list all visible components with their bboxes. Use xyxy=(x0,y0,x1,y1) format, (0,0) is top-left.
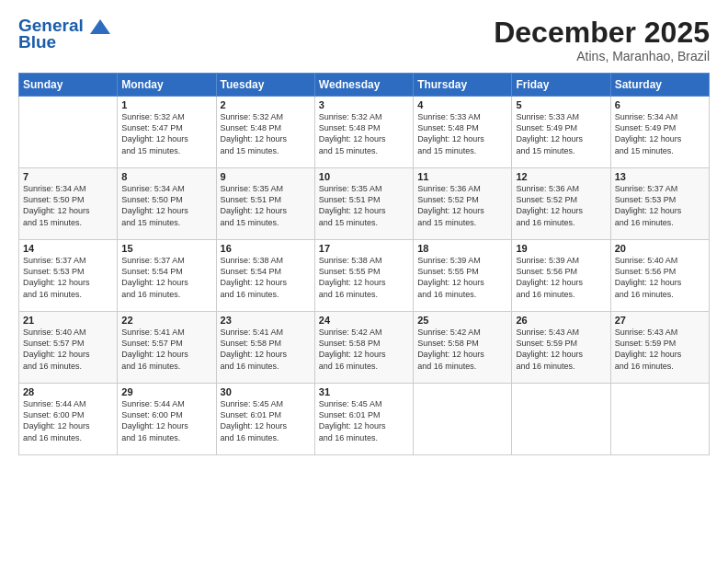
day-info: Sunrise: 5:38 AM Sunset: 5:55 PM Dayligh… xyxy=(319,255,409,300)
week-row-3: 14Sunrise: 5:37 AM Sunset: 5:53 PM Dayli… xyxy=(19,240,710,312)
day-number: 23 xyxy=(221,315,311,326)
calendar-cell: 5Sunrise: 5:33 AM Sunset: 5:49 PM Daylig… xyxy=(512,97,610,168)
logo: General Blue xyxy=(18,17,110,52)
day-info: Sunrise: 5:33 AM Sunset: 5:49 PM Dayligh… xyxy=(516,111,606,156)
month-title: December 2025 xyxy=(494,17,710,49)
calendar-table: SundayMondayTuesdayWednesdayThursdayFrid… xyxy=(18,73,710,455)
calendar-cell xyxy=(610,384,709,455)
calendar-cell: 29Sunrise: 5:44 AM Sunset: 6:00 PM Dayli… xyxy=(118,384,216,455)
day-number: 16 xyxy=(221,243,311,254)
day-header-sunday: Sunday xyxy=(19,74,118,97)
week-row-4: 21Sunrise: 5:40 AM Sunset: 5:57 PM Dayli… xyxy=(19,312,710,384)
day-info: Sunrise: 5:45 AM Sunset: 6:01 PM Dayligh… xyxy=(319,398,409,443)
calendar-cell: 3Sunrise: 5:32 AM Sunset: 5:48 PM Daylig… xyxy=(314,97,413,168)
week-row-2: 7Sunrise: 5:34 AM Sunset: 5:50 PM Daylig… xyxy=(19,168,710,240)
day-info: Sunrise: 5:42 AM Sunset: 5:58 PM Dayligh… xyxy=(319,327,409,372)
calendar-cell: 24Sunrise: 5:42 AM Sunset: 5:58 PM Dayli… xyxy=(314,312,413,384)
day-info: Sunrise: 5:36 AM Sunset: 5:52 PM Dayligh… xyxy=(417,183,507,228)
calendar-cell: 25Sunrise: 5:42 AM Sunset: 5:58 PM Dayli… xyxy=(414,312,512,384)
logo-blue: Blue xyxy=(18,33,110,52)
day-number: 12 xyxy=(516,171,606,182)
day-info: Sunrise: 5:42 AM Sunset: 5:58 PM Dayligh… xyxy=(417,327,507,372)
day-number: 15 xyxy=(121,243,211,254)
day-header-thursday: Thursday xyxy=(414,74,512,97)
day-header-wednesday: Wednesday xyxy=(314,74,413,97)
day-number: 29 xyxy=(121,386,211,397)
calendar-cell: 28Sunrise: 5:44 AM Sunset: 6:00 PM Dayli… xyxy=(19,384,118,455)
day-number: 18 xyxy=(417,243,507,254)
day-number: 20 xyxy=(615,243,705,254)
day-number: 11 xyxy=(417,171,507,182)
day-info: Sunrise: 5:34 AM Sunset: 5:50 PM Dayligh… xyxy=(121,183,211,228)
svg-marker-0 xyxy=(90,19,110,34)
calendar-cell: 15Sunrise: 5:37 AM Sunset: 5:54 PM Dayli… xyxy=(118,240,216,312)
day-info: Sunrise: 5:36 AM Sunset: 5:52 PM Dayligh… xyxy=(516,183,606,228)
calendar-cell xyxy=(512,384,610,455)
calendar-cell: 23Sunrise: 5:41 AM Sunset: 5:58 PM Dayli… xyxy=(216,312,314,384)
day-number: 24 xyxy=(319,315,409,326)
calendar-cell: 27Sunrise: 5:43 AM Sunset: 5:59 PM Dayli… xyxy=(610,312,709,384)
calendar-cell: 9Sunrise: 5:35 AM Sunset: 5:51 PM Daylig… xyxy=(216,168,314,240)
day-number: 27 xyxy=(615,315,705,326)
day-number: 10 xyxy=(319,171,409,182)
day-number: 22 xyxy=(121,315,211,326)
location: Atins, Maranhao, Brazil xyxy=(494,49,710,63)
day-number: 5 xyxy=(516,99,606,110)
calendar-cell: 13Sunrise: 5:37 AM Sunset: 5:53 PM Dayli… xyxy=(610,168,709,240)
day-info: Sunrise: 5:32 AM Sunset: 5:48 PM Dayligh… xyxy=(221,111,311,156)
header: General Blue December 2025 Atins, Maranh… xyxy=(18,17,710,63)
calendar-cell xyxy=(414,384,512,455)
day-info: Sunrise: 5:37 AM Sunset: 5:53 PM Dayligh… xyxy=(615,183,705,228)
day-header-saturday: Saturday xyxy=(610,74,709,97)
day-info: Sunrise: 5:39 AM Sunset: 5:56 PM Dayligh… xyxy=(516,255,606,300)
days-header-row: SundayMondayTuesdayWednesdayThursdayFrid… xyxy=(19,74,710,97)
day-info: Sunrise: 5:35 AM Sunset: 5:51 PM Dayligh… xyxy=(221,183,311,228)
calendar-cell: 22Sunrise: 5:41 AM Sunset: 5:57 PM Dayli… xyxy=(118,312,216,384)
day-info: Sunrise: 5:37 AM Sunset: 5:53 PM Dayligh… xyxy=(23,255,113,300)
day-info: Sunrise: 5:40 AM Sunset: 5:56 PM Dayligh… xyxy=(615,255,705,300)
day-number: 17 xyxy=(319,243,409,254)
calendar-cell: 14Sunrise: 5:37 AM Sunset: 5:53 PM Dayli… xyxy=(19,240,118,312)
calendar-cell: 30Sunrise: 5:45 AM Sunset: 6:01 PM Dayli… xyxy=(216,384,314,455)
day-number: 9 xyxy=(221,171,311,182)
day-info: Sunrise: 5:38 AM Sunset: 5:54 PM Dayligh… xyxy=(221,255,311,300)
day-header-monday: Monday xyxy=(118,74,216,97)
day-number: 19 xyxy=(516,243,606,254)
title-block: December 2025 Atins, Maranhao, Brazil xyxy=(494,17,710,63)
day-info: Sunrise: 5:39 AM Sunset: 5:55 PM Dayligh… xyxy=(417,255,507,300)
day-info: Sunrise: 5:33 AM Sunset: 5:48 PM Dayligh… xyxy=(417,111,507,156)
calendar-cell: 31Sunrise: 5:45 AM Sunset: 6:01 PM Dayli… xyxy=(314,384,413,455)
day-info: Sunrise: 5:32 AM Sunset: 5:48 PM Dayligh… xyxy=(319,111,409,156)
calendar-cell: 20Sunrise: 5:40 AM Sunset: 5:56 PM Dayli… xyxy=(610,240,709,312)
day-info: Sunrise: 5:41 AM Sunset: 5:58 PM Dayligh… xyxy=(221,327,311,372)
day-info: Sunrise: 5:35 AM Sunset: 5:51 PM Dayligh… xyxy=(319,183,409,228)
day-number: 28 xyxy=(23,386,113,397)
day-info: Sunrise: 5:41 AM Sunset: 5:57 PM Dayligh… xyxy=(121,327,211,372)
calendar-cell: 18Sunrise: 5:39 AM Sunset: 5:55 PM Dayli… xyxy=(414,240,512,312)
calendar-cell: 2Sunrise: 5:32 AM Sunset: 5:48 PM Daylig… xyxy=(216,97,314,168)
day-info: Sunrise: 5:32 AM Sunset: 5:47 PM Dayligh… xyxy=(121,111,211,156)
day-info: Sunrise: 5:40 AM Sunset: 5:57 PM Dayligh… xyxy=(23,327,113,372)
day-number: 1 xyxy=(121,99,211,110)
day-number: 2 xyxy=(221,99,311,110)
week-row-5: 28Sunrise: 5:44 AM Sunset: 6:00 PM Dayli… xyxy=(19,384,710,455)
calendar-cell: 26Sunrise: 5:43 AM Sunset: 5:59 PM Dayli… xyxy=(512,312,610,384)
day-number: 25 xyxy=(417,315,507,326)
day-number: 8 xyxy=(121,171,211,182)
day-header-tuesday: Tuesday xyxy=(216,74,314,97)
day-number: 21 xyxy=(23,315,113,326)
day-number: 26 xyxy=(516,315,606,326)
calendar-cell: 12Sunrise: 5:36 AM Sunset: 5:52 PM Dayli… xyxy=(512,168,610,240)
day-number: 3 xyxy=(319,99,409,110)
calendar-cell: 11Sunrise: 5:36 AM Sunset: 5:52 PM Dayli… xyxy=(414,168,512,240)
day-number: 4 xyxy=(417,99,507,110)
day-info: Sunrise: 5:34 AM Sunset: 5:49 PM Dayligh… xyxy=(615,111,705,156)
calendar-cell: 7Sunrise: 5:34 AM Sunset: 5:50 PM Daylig… xyxy=(19,168,118,240)
calendar-cell: 6Sunrise: 5:34 AM Sunset: 5:49 PM Daylig… xyxy=(610,97,709,168)
day-number: 6 xyxy=(615,99,705,110)
calendar-cell: 16Sunrise: 5:38 AM Sunset: 5:54 PM Dayli… xyxy=(216,240,314,312)
day-info: Sunrise: 5:44 AM Sunset: 6:00 PM Dayligh… xyxy=(121,398,211,443)
calendar-cell xyxy=(19,97,118,168)
calendar-cell: 19Sunrise: 5:39 AM Sunset: 5:56 PM Dayli… xyxy=(512,240,610,312)
day-info: Sunrise: 5:37 AM Sunset: 5:54 PM Dayligh… xyxy=(121,255,211,300)
